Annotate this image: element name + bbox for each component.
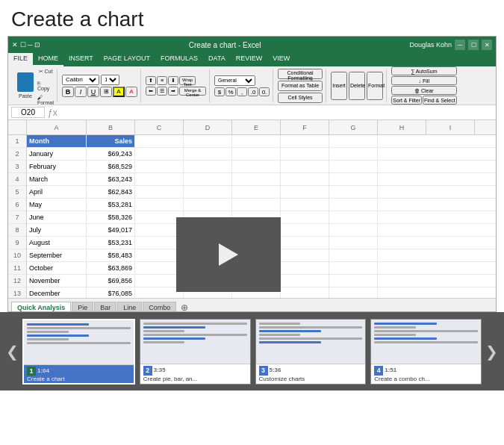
border-button[interactable]: ⊞ — [100, 87, 112, 97]
video-player[interactable] — [176, 217, 281, 292]
prev-arrow[interactable]: ❮ — [6, 343, 19, 361]
cell-b1[interactable]: Sales — [87, 135, 135, 147]
bold-button[interactable]: B — [62, 87, 74, 97]
conditional-formatting-button[interactable]: Conditional Formatting — [278, 69, 323, 79]
cell-a9[interactable]: August — [27, 237, 87, 249]
cell-a1[interactable]: Month — [27, 135, 87, 147]
cell-g5[interactable] — [329, 186, 378, 198]
cell-f12[interactable] — [281, 275, 329, 287]
cell-f4[interactable] — [281, 173, 329, 185]
cell-a6[interactable]: May — [27, 199, 87, 211]
minimize-button[interactable]: ─ — [455, 40, 465, 50]
align-middle-button[interactable]: ≡ — [157, 76, 167, 85]
find-select-button[interactable]: Find & Select — [423, 96, 457, 105]
number-format-select[interactable]: General — [214, 75, 255, 86]
cell-g3[interactable] — [329, 161, 378, 172]
comma-button[interactable]: , — [237, 87, 247, 96]
sheet-tab-line[interactable]: Line — [117, 302, 142, 312]
cell-g4[interactable] — [329, 173, 378, 185]
cell-f9[interactable] — [281, 237, 329, 249]
cell-b8[interactable]: $49,017 — [87, 224, 135, 236]
cell-b13[interactable]: $76,085 — [87, 287, 135, 298]
cell-c1[interactable] — [135, 135, 184, 147]
cell-b10[interactable]: $58,483 — [87, 249, 135, 261]
cell-f2[interactable] — [281, 148, 329, 160]
thumbnail-4[interactable]: 4 1:51 Create a combo ch... — [370, 319, 482, 385]
decrease-decimal-button[interactable]: 0. — [259, 87, 270, 96]
sheet-tab-pie[interactable]: Pie — [72, 302, 93, 312]
font-family-select[interactable]: Calibri — [62, 75, 99, 85]
cell-b11[interactable]: $63,869 — [87, 262, 135, 274]
cell-b12[interactable]: $69,856 — [87, 275, 135, 287]
cell-d5[interactable] — [184, 186, 232, 198]
cell-b2[interactable]: $69,243 — [87, 148, 135, 160]
cell-e1[interactable] — [232, 135, 281, 147]
cut-button[interactable]: ✂ Cut — [37, 65, 54, 78]
cell-f1[interactable] — [281, 135, 329, 147]
tab-page-layout[interactable]: PAGE LAYOUT — [99, 53, 155, 66]
sheet-tab-combo[interactable]: Combo — [143, 302, 176, 312]
tab-file[interactable]: FILE — [8, 53, 33, 66]
cell-f5[interactable] — [281, 186, 329, 198]
wrap-text-button[interactable]: Wrap Text — [179, 76, 196, 85]
fill-button[interactable]: ↓ Fill — [391, 76, 457, 85]
align-bottom-button[interactable]: ⬇ — [168, 76, 178, 85]
cell-g11[interactable] — [329, 262, 378, 274]
cell-d1[interactable] — [184, 135, 232, 147]
cell-e4[interactable] — [232, 173, 281, 185]
cell-a11[interactable]: October — [27, 262, 87, 274]
cell-g13[interactable] — [329, 287, 378, 298]
cell-b6[interactable]: $53,281 — [87, 199, 135, 211]
cell-f13[interactable] — [281, 287, 329, 298]
tab-formulas[interactable]: FORMULAS — [155, 53, 203, 66]
sort-filter-button[interactable]: Sort & Filter — [391, 96, 422, 105]
sheet-tab-bar[interactable]: Bar — [94, 302, 116, 312]
cell-g1[interactable] — [329, 135, 378, 147]
tab-data[interactable]: DATA — [203, 53, 231, 66]
close-button[interactable]: ✕ — [482, 40, 492, 50]
cell-a10[interactable]: September — [27, 249, 87, 261]
percent-button[interactable]: % — [225, 87, 236, 96]
next-arrow[interactable]: ❯ — [485, 343, 498, 361]
cell-c2[interactable] — [135, 148, 184, 160]
tab-insert[interactable]: INSERT — [63, 53, 99, 66]
merge-center-button[interactable]: Merge & Center — [179, 87, 206, 96]
align-right-button[interactable]: ➡ — [168, 87, 178, 96]
cell-f11[interactable] — [281, 262, 329, 274]
font-color-button[interactable]: A — [125, 87, 137, 97]
copy-button[interactable]: ⎘ Copy — [37, 79, 54, 93]
align-center-button[interactable]: ☰ — [157, 87, 167, 96]
cell-b9[interactable]: $53,231 — [87, 237, 135, 249]
cell-e6[interactable] — [232, 199, 281, 211]
paste-button[interactable]: Paste — [15, 72, 36, 100]
autosum-button[interactable]: ∑ AutoSum — [391, 66, 457, 75]
cell-a7[interactable]: June — [27, 211, 87, 223]
cell-styles-button[interactable]: Cell Styles — [278, 93, 323, 103]
cell-f8[interactable] — [281, 224, 329, 236]
cell-f3[interactable] — [281, 161, 329, 172]
cell-f6[interactable] — [281, 199, 329, 211]
cell-a4[interactable]: March — [27, 173, 87, 185]
delete-cells-button[interactable]: Delete — [349, 72, 365, 100]
cell-g12[interactable] — [329, 275, 378, 287]
cell-reference-input[interactable] — [11, 107, 45, 118]
formula-input[interactable] — [60, 108, 493, 116]
cell-d3[interactable] — [184, 161, 232, 172]
currency-button[interactable]: $ — [214, 87, 225, 96]
font-size-select[interactable]: 11 — [101, 75, 119, 85]
cell-f10[interactable] — [281, 249, 329, 261]
cell-e5[interactable] — [232, 186, 281, 198]
cell-b7[interactable]: $58,326 — [87, 211, 135, 223]
cell-a5[interactable]: April — [27, 186, 87, 198]
sheet-tab-quick-analysis[interactable]: Quick Analysis — [11, 302, 71, 312]
cell-d6[interactable] — [184, 199, 232, 211]
cell-g9[interactable] — [329, 237, 378, 249]
cell-c5[interactable] — [135, 186, 184, 198]
align-top-button[interactable]: ⬆ — [146, 76, 156, 85]
fill-color-button[interactable]: A — [113, 87, 125, 97]
format-as-table-button[interactable]: Format as Table — [278, 81, 323, 91]
cell-c6[interactable] — [135, 199, 184, 211]
cell-a2[interactable]: January — [27, 148, 87, 160]
thumbnail-1[interactable]: 1 1:04 Create a chart — [22, 319, 135, 385]
align-left-button[interactable]: ⬅ — [146, 87, 156, 96]
